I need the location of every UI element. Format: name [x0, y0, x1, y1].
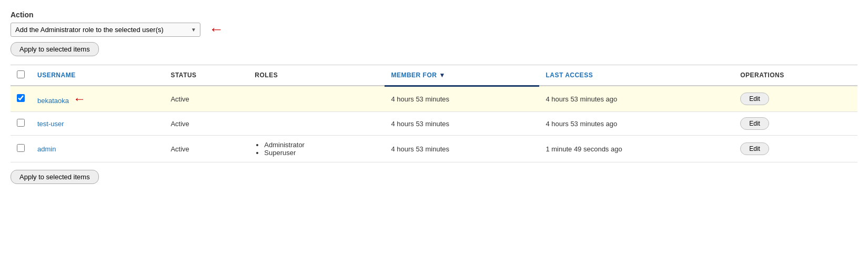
username-cell: test-user	[31, 112, 164, 136]
select-all-header[interactable]	[11, 65, 31, 86]
row-arrow-icon: ←	[73, 91, 86, 106]
edit-button[interactable]: Edit	[740, 117, 769, 130]
status-cell: Active	[164, 136, 248, 162]
row-checkbox[interactable]	[17, 144, 25, 152]
action-label: Action	[11, 11, 857, 19]
role-item: Administrator	[264, 141, 378, 149]
member-for-cell: 4 hours 53 minutes	[385, 86, 539, 112]
action-select[interactable]: Add the Administrator role to the select…	[11, 23, 200, 37]
last-access-cell: 4 hours 53 minutes ago	[539, 112, 734, 136]
users-table: USERNAME STATUS ROLES MEMBER FOR ▼ LAST …	[11, 65, 857, 162]
operations-cell: Edit	[734, 112, 857, 136]
username-cell: bekataoka←	[31, 86, 164, 112]
status-header: STATUS	[164, 65, 248, 86]
username-cell: admin	[31, 136, 164, 162]
member-for-label: MEMBER FOR	[391, 71, 437, 79]
edit-button[interactable]: Edit	[740, 142, 769, 155]
username-link[interactable]: bekataoka	[37, 97, 69, 105]
row-checkbox[interactable]	[17, 94, 25, 102]
edit-button[interactable]: Edit	[740, 93, 769, 105]
table-header-row: USERNAME STATUS ROLES MEMBER FOR ▼ LAST …	[11, 65, 857, 86]
status-cell: Active	[164, 112, 248, 136]
username-link[interactable]: admin	[37, 145, 56, 153]
roles-cell	[248, 86, 385, 112]
apply-bottom-button[interactable]: Apply to selected items	[11, 170, 99, 184]
member-for-cell: 4 hours 53 minutes	[385, 136, 539, 162]
apply-top-button[interactable]: Apply to selected items	[11, 42, 99, 56]
row-checkbox-cell	[11, 112, 31, 136]
member-for-header[interactable]: MEMBER FOR ▼	[385, 65, 539, 86]
sort-icon: ▼	[439, 71, 445, 79]
last-access-cell: 4 hours 53 minutes ago	[539, 86, 734, 112]
operations-cell: Edit	[734, 86, 857, 112]
username-header[interactable]: USERNAME	[31, 65, 164, 86]
row-checkbox[interactable]	[17, 119, 25, 127]
row-checkbox-cell	[11, 86, 31, 112]
operations-cell: Edit	[734, 136, 857, 162]
roles-header: ROLES	[248, 65, 385, 86]
last-access-cell: 1 minute 49 seconds ago	[539, 136, 734, 162]
role-item: Superuser	[264, 149, 378, 157]
username-link[interactable]: test-user	[37, 120, 64, 128]
action-arrow-icon: ←	[209, 22, 224, 37]
table-row: bekataoka←Active4 hours 53 minutes4 hour…	[11, 86, 857, 112]
select-all-checkbox[interactable]	[17, 70, 25, 78]
member-for-cell: 4 hours 53 minutes	[385, 112, 539, 136]
row-checkbox-cell	[11, 136, 31, 162]
status-cell: Active	[164, 86, 248, 112]
table-row: adminActiveAdministratorSuperuser4 hours…	[11, 136, 857, 162]
last-access-header[interactable]: LAST ACCESS	[539, 65, 734, 86]
roles-cell	[248, 112, 385, 136]
table-row: test-userActive4 hours 53 minutes4 hours…	[11, 112, 857, 136]
roles-cell: AdministratorSuperuser	[248, 136, 385, 162]
operations-header: OPERATIONS	[734, 65, 857, 86]
